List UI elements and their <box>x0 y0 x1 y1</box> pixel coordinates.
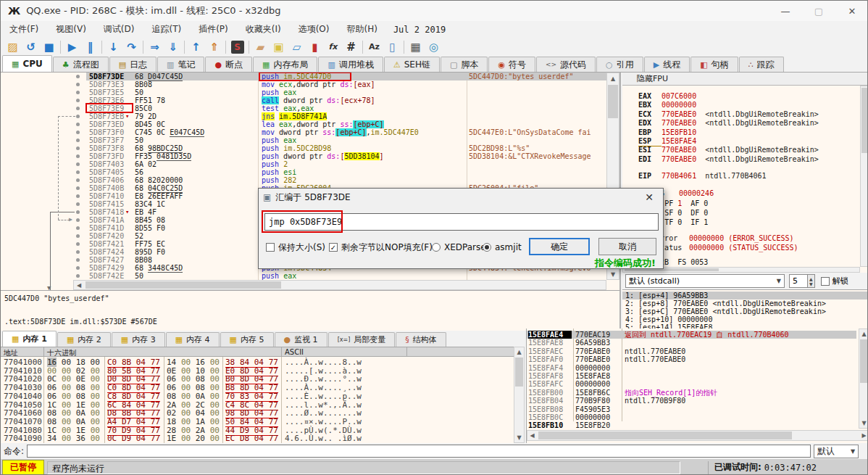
command-mode-select[interactable]: 默认 ▼ <box>814 445 859 458</box>
breakpoint-dot[interactable] <box>76 162 80 166</box>
ok-button[interactable]: 确定 <box>529 238 590 255</box>
calling-convention-select[interactable]: 默认 (stdcall) ▼ <box>625 274 785 288</box>
scroll-thumb[interactable] <box>860 339 868 383</box>
breakpoint-dot[interactable] <box>76 234 80 238</box>
patches-icon[interactable]: ▰ <box>251 39 270 55</box>
breakpoint-dot[interactable] <box>76 154 80 158</box>
breakpoint-dot[interactable] <box>76 274 80 278</box>
calculator-icon[interactable]: ▦ <box>406 39 425 55</box>
breakpoint-dot[interactable] <box>76 107 80 110</box>
tab-流程图[interactable]: ♣流程图 <box>53 57 109 72</box>
menu-item-D[interactable]: 调试(D) <box>95 21 143 38</box>
scroll-thumb[interactable] <box>538 431 792 439</box>
stack-row[interactable]: 15E8FB04770B9F80ntdll.770B9F80 <box>527 397 856 405</box>
restart-icon[interactable]: ↺ <box>22 39 40 55</box>
tab-内存4[interactable]: ▦内存 4 <box>166 332 220 347</box>
stack-row[interactable]: 15E8FAE4770EAC19返回到 ntdll.770EAC19 自 ntd… <box>527 331 856 339</box>
run-till-return-icon[interactable]: ↑ <box>187 39 205 55</box>
register-row-EBP[interactable]: EBP15E8FB10 <box>638 128 696 137</box>
stack-row[interactable]: 15E8FB08F45905E3 <box>527 405 856 413</box>
run-icon[interactable]: ▶ <box>63 39 81 55</box>
pause-icon[interactable]: ‖ <box>81 39 99 55</box>
scroll-down-arrow[interactable]: ▼ <box>514 433 524 442</box>
disasm-row[interactable]: 5D8F73ED8D45 0Clea eax,dword ptr ss:[ebp… <box>1 120 606 128</box>
stack-row[interactable]: 15E8FB0015E8FB6C指向SEH_Record[1]的指针 <box>527 389 856 397</box>
close-button[interactable]: ✕ <box>835 1 868 21</box>
open-file-icon[interactable]: ▨ <box>4 39 22 55</box>
menu-item-T[interactable]: 追踪(T) <box>143 21 190 38</box>
tab-局部变量[interactable]: [x=]局部变量 <box>328 332 396 347</box>
breakpoint-dot[interactable] <box>76 83 80 86</box>
tab-引用[interactable]: ○引用 <box>596 57 643 72</box>
tab-CPU[interactable]: ▦CPU <box>2 55 52 72</box>
stop-condition-icon[interactable]: S <box>228 39 246 55</box>
breakpoint-dot[interactable] <box>76 242 80 246</box>
breakpoint-dot[interactable] <box>76 210 80 214</box>
disasm-row[interactable]: 5D8F740668 82020000push 282 <box>1 176 606 184</box>
hide-fpu-button[interactable]: 隐藏FPU <box>622 73 868 86</box>
menu-item-V[interactable]: 视图(V) <box>47 21 95 38</box>
breakpoint-dot[interactable] <box>76 250 80 254</box>
breakpoint-dot[interactable] <box>76 218 80 222</box>
functions-icon[interactable]: fx <box>324 39 342 55</box>
tab-日志[interactable]: ▤日志 <box>109 57 157 72</box>
dump-row[interactable]: 7704109034 00 36 000C D9 04 771E 00 20 0… <box>1 434 514 443</box>
tab-监视1[interactable]: ●监视 1 <box>275 332 327 347</box>
dialog-title-bar[interactable]: ▣ 汇编于 5D8F73DE ✕ <box>259 189 663 206</box>
scroll-left-arrow[interactable]: ◀ <box>74 281 84 289</box>
register-row-EBX[interactable]: EBX00000000 <box>638 101 696 110</box>
disasm-row[interactable]: 5D8F73F750push eax <box>1 136 606 144</box>
nop-fill-checkbox[interactable]: ✓剩余字节以NOP填充(F) <box>329 238 433 257</box>
breakpoint-dot[interactable] <box>76 266 80 270</box>
disasm-row[interactable]: 5D8F740556push esi <box>1 168 606 176</box>
run-to-user-code-icon[interactable]: ⇑ <box>205 39 223 55</box>
step-into-icon[interactable]: ↓ <box>104 39 122 55</box>
breakpoint-dot[interactable] <box>76 194 80 198</box>
tab-笔记[interactable]: ▥笔记 <box>157 57 204 72</box>
tab-SEH链[interactable]: ⚠SEH链 <box>384 57 440 72</box>
minimize-button[interactable]: — <box>769 1 802 21</box>
register-row-ESI[interactable]: ESI770EABE0 <ntdll.DbgUiRemoteBreakin> <box>638 146 819 154</box>
scroll-up-arrow[interactable]: ▲ <box>514 347 524 357</box>
tab-内存5[interactable]: ▦内存 5 <box>220 332 274 347</box>
breakpoint-dot[interactable] <box>76 178 80 182</box>
dump-vscrollbar[interactable]: ▲ ▼ <box>514 347 525 443</box>
breakpoint-dot[interactable] <box>76 91 80 94</box>
scroll-down-arrow[interactable]: ▼ <box>859 418 868 428</box>
breakpoint-dot[interactable] <box>76 186 80 190</box>
arg-depth-stepper[interactable]: ▲▼ <box>808 274 815 288</box>
menu-item-I[interactable]: 收藏夹(I) <box>237 21 290 38</box>
asmjit-radio[interactable]: asmjit <box>483 238 522 257</box>
tab-结构体[interactable]: §结构体 <box>396 332 446 347</box>
breakpoint-dot[interactable] <box>76 123 80 126</box>
disasm-row[interactable]: 5D8F73E550push eax <box>1 88 606 96</box>
scroll-thumb[interactable] <box>85 281 281 289</box>
tab-源代码[interactable]: <>源代码 <box>536 57 596 72</box>
stack-row[interactable]: 15E8FAF815E8FAE8 <box>527 372 856 380</box>
breakpoint-dot[interactable] <box>76 202 80 206</box>
disasm-hscrollbar[interactable]: ◀ <box>73 280 606 290</box>
argument-row[interactable]: 2: [esp+8] 770EABE0 <ntdll.DbgUiRemoteBr… <box>622 300 868 307</box>
argument-row[interactable]: 4: [esp+10] 00000000 <box>622 315 868 323</box>
breakpoint-dot[interactable] <box>76 115 80 118</box>
keep-size-checkbox[interactable]: 保持大小(S) <box>266 238 325 257</box>
breakpoint-dot[interactable] <box>76 170 80 174</box>
arg-depth-input[interactable]: 5 <box>789 274 808 288</box>
breakpoint-dot[interactable] <box>76 258 80 262</box>
tab-内存3[interactable]: ▦内存 3 <box>112 332 165 347</box>
tab-符号[interactable]: ◉符号 <box>488 57 535 72</box>
stop-icon[interactable]: ■ <box>40 39 58 55</box>
tab-句柄[interactable]: ◧句柄 <box>690 57 738 72</box>
tab-断点[interactable]: ●断点 <box>205 57 252 72</box>
tab-线程[interactable]: ▶线程 <box>644 57 690 72</box>
stack-row[interactable]: 15E8FB0C00000000 <box>527 413 856 421</box>
register-row-ESP[interactable]: ESP15E8FAE4 <box>638 137 696 146</box>
tab-内存2[interactable]: ▦内存 2 <box>57 332 111 347</box>
stack-row[interactable]: 15E8FAF0770EABE0ntdll.770EABE0 <box>527 355 856 363</box>
register-row-EAX[interactable]: EAX007C6000 <box>638 92 696 101</box>
scroll-thumb[interactable] <box>515 358 523 387</box>
register-row-ECX[interactable]: ECX770EABE0 <ntdll.DbgUiRemoteBreakin> <box>638 110 819 119</box>
notify-icon[interactable]: ▯ <box>383 39 401 55</box>
dialog-close-button[interactable]: ✕ <box>638 189 660 206</box>
breakpoint-dot[interactable] <box>76 146 80 150</box>
